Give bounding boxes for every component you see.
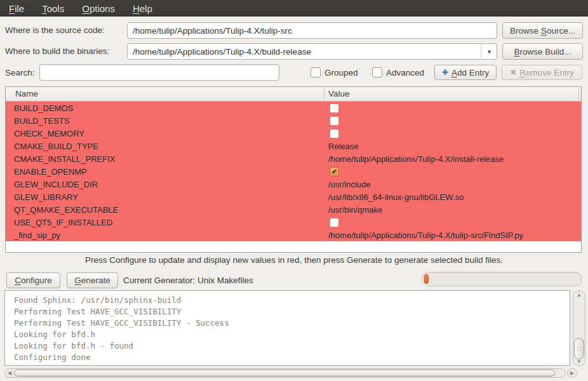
cache-variables-table: Name Value BUILD_DEMOSBUILD_TESTSCHECK_M… [5, 86, 582, 253]
variable-name: QT_QMAKE_EXECUTABLE [14, 205, 118, 215]
variable-value[interactable]: Release [328, 142, 578, 151]
variable-value[interactable]: /usr/include [328, 180, 578, 189]
log-horizontal-scrollbar[interactable]: ◀ [4, 368, 566, 378]
table-row[interactable]: CMAKE_INSTALL_PREFIX/home/tulip/Applicat… [6, 152, 581, 165]
log-line: Looking for bfd.h [14, 329, 570, 340]
variable-value[interactable]: /home/tulip/Applications/Tulip-4.X/insta… [328, 154, 578, 164]
value-checkbox[interactable]: ✔ [330, 167, 339, 177]
build-path-dropdown-icon[interactable]: ▾ [481, 43, 497, 60]
variable-name: USE_QT5_IF_INSTALLED [14, 218, 112, 227]
generate-label: Generate [74, 276, 110, 285]
variable-value[interactable] [328, 128, 578, 138]
column-header-value[interactable]: Value [328, 89, 350, 98]
advanced-label: Advanced [386, 68, 424, 77]
progress-bar [422, 272, 582, 286]
table-row[interactable]: _find_sip_py/home/tulip/Applications/Tul… [6, 229, 581, 241]
table-row[interactable]: QT_QMAKE_EXECUTABLE/usr/bin/qmake [6, 203, 581, 216]
table-row[interactable]: GLEW_INCLUDE_DIR/usr/include [6, 178, 581, 190]
variable-value[interactable] [328, 116, 578, 126]
table-row[interactable]: USE_QT5_IF_INSTALLED [6, 216, 581, 229]
build-path-label: Where to build the binaries: [5, 46, 109, 56]
current-generator-label: Current Generator: Unix Makefiles [123, 276, 253, 285]
scroll-down-icon[interactable]: ▼ [573, 359, 585, 364]
generate-button[interactable]: Generate [67, 272, 118, 288]
remove-entry-button[interactable]: ✖ Remove Entry [502, 65, 582, 80]
value-checkbox[interactable] [330, 116, 339, 126]
browse-build-button[interactable]: Browse Build... [502, 43, 583, 60]
scroll-up-icon[interactable]: ▲ [573, 292, 585, 298]
table-row[interactable]: GLEW_LIBRARY/usr/lib/x86_64-linux-gnu/li… [6, 190, 581, 203]
table-header: Name Value [6, 87, 581, 102]
variable-name: GLEW_LIBRARY [14, 192, 78, 202]
source-path-input[interactable] [127, 22, 497, 39]
value-checkbox[interactable] [330, 129, 339, 138]
scroll-right-icon[interactable]: ▶ [567, 368, 577, 378]
browse-source-label: Browse Source... [510, 26, 575, 36]
configure-button[interactable]: Configure [6, 272, 60, 288]
variable-value[interactable] [328, 103, 578, 113]
source-path-label: Where is the source code: [5, 25, 105, 35]
value-checkbox[interactable] [330, 218, 339, 227]
menu-file[interactable]: File [0, 0, 33, 17]
column-divider[interactable] [324, 88, 324, 100]
plus-icon: ✚ [442, 69, 448, 76]
variable-name: BUILD_TESTS [14, 116, 69, 126]
configure-hint-message: Press Configure to update and display ne… [0, 255, 588, 265]
variable-name: CHECK_MEMORY [14, 129, 84, 138]
variable-name: ENABLE_OPENMP [14, 167, 87, 177]
cmake-gui-window: File Tools Options Help Where is the sou… [0, 0, 588, 381]
log-line: Performing Test HAVE_GCC_VISIBILITY - Su… [14, 318, 570, 329]
table-row[interactable]: BUILD_DEMOS [6, 102, 581, 114]
horizontal-scrollbar-thumb[interactable] [14, 370, 555, 377]
grouped-checkbox[interactable] [311, 67, 321, 77]
variable-value[interactable] [328, 217, 578, 227]
menu-tools[interactable]: Tools [33, 0, 73, 17]
output-log[interactable]: Found Sphinx: /usr/bin/sphinx-buildPerfo… [4, 290, 570, 366]
add-entry-button[interactable]: ✚ Add Entry [434, 65, 497, 80]
variable-name: _find_sip_py [14, 231, 60, 240]
value-checkbox[interactable] [330, 104, 339, 113]
table-row[interactable]: CHECK_MEMORY [6, 127, 581, 140]
menu-options[interactable]: Options [73, 0, 124, 17]
table-row[interactable]: CMAKE_BUILD_TYPERelease [6, 140, 581, 152]
scroll-left-icon[interactable]: ◀ [8, 369, 11, 377]
column-header-name[interactable]: Name [15, 89, 38, 98]
variable-value[interactable]: /usr/lib/x86_64-linux-gnu/libGLEW.so [328, 192, 578, 202]
search-input[interactable] [39, 64, 279, 81]
variable-name: GLEW_INCLUDE_DIR [14, 180, 98, 189]
search-label: Search: [5, 68, 35, 77]
progress-bar-fill [424, 274, 429, 284]
variable-value[interactable]: /home/tulip/Applications/Tulip-4.X/tulip… [328, 231, 578, 240]
grouped-label: Grouped [324, 68, 358, 77]
build-path-combobox[interactable] [127, 43, 497, 60]
browse-source-button[interactable]: Browse Source... [502, 22, 583, 39]
log-line: Looking for bfd.h - found [14, 340, 570, 352]
add-entry-label: Add Entry [451, 68, 489, 77]
configure-label: Configure [15, 276, 52, 285]
variable-value[interactable]: /usr/bin/qmake [328, 205, 578, 215]
x-icon: ✖ [510, 69, 516, 76]
menu-bar: File Tools Options Help [0, 0, 588, 17]
advanced-checkbox[interactable] [372, 67, 382, 77]
column-divider[interactable] [578, 88, 579, 100]
log-vertical-scrollbar[interactable]: ▲ ▼ [573, 290, 585, 366]
variable-value[interactable]: ✔ [328, 166, 578, 177]
table-row[interactable]: ENABLE_OPENMP✔ [6, 165, 581, 178]
log-line: Performing Test HAVE_GCC_VISIBILITY [14, 306, 570, 318]
browse-build-label: Browse Build... [514, 47, 571, 57]
variable-name: CMAKE_INSTALL_PREFIX [14, 154, 115, 164]
vertical-scrollbar-thumb[interactable] [574, 338, 584, 359]
variable-name: CMAKE_BUILD_TYPE [14, 142, 98, 151]
table-row[interactable]: BUILD_TESTS [6, 114, 581, 127]
menu-help[interactable]: Help [124, 0, 161, 17]
variable-name: BUILD_DEMOS [14, 104, 73, 113]
cache-rows: BUILD_DEMOSBUILD_TESTSCHECK_MEMORYCMAKE_… [6, 102, 581, 252]
log-line: Found Sphinx: /usr/bin/sphinx-build [14, 295, 570, 306]
remove-entry-label: Remove Entry [519, 68, 574, 77]
log-line: Configuring done [14, 352, 570, 363]
